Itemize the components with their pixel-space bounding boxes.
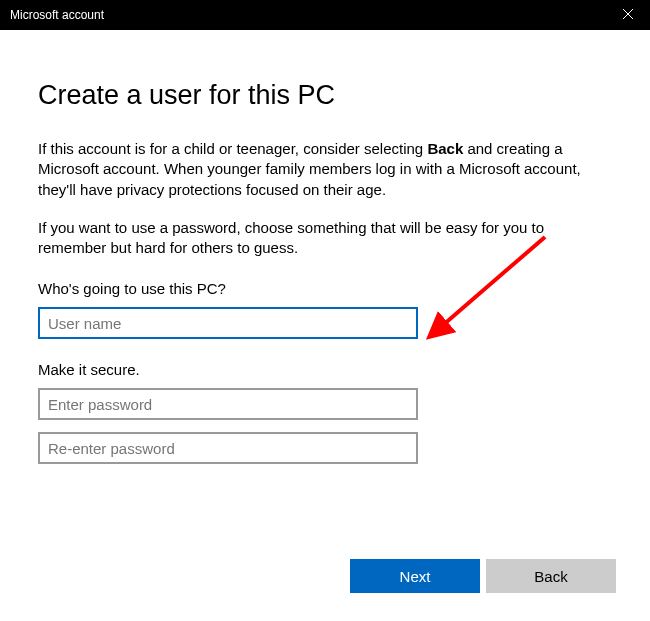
username-section-label: Who's going to use this PC? bbox=[38, 280, 612, 297]
titlebar: Microsoft account bbox=[0, 0, 650, 30]
secure-section-label: Make it secure. bbox=[38, 361, 612, 378]
titlebar-title: Microsoft account bbox=[10, 8, 104, 22]
username-input[interactable] bbox=[38, 307, 418, 339]
description-1: If this account is for a child or teenag… bbox=[38, 139, 612, 200]
description-1-bold: Back bbox=[427, 140, 463, 157]
next-button[interactable]: Next bbox=[350, 559, 480, 593]
back-button[interactable]: Back bbox=[486, 559, 616, 593]
password-input[interactable] bbox=[38, 388, 418, 420]
description-1-prefix: If this account is for a child or teenag… bbox=[38, 140, 427, 157]
button-bar: Next Back bbox=[350, 559, 616, 593]
close-button[interactable] bbox=[605, 0, 650, 30]
close-icon bbox=[623, 8, 633, 22]
description-2: If you want to use a password, choose so… bbox=[38, 218, 612, 259]
confirm-password-input[interactable] bbox=[38, 432, 418, 464]
content-area: Create a user for this PC If this accoun… bbox=[0, 30, 650, 464]
page-title: Create a user for this PC bbox=[38, 80, 612, 111]
